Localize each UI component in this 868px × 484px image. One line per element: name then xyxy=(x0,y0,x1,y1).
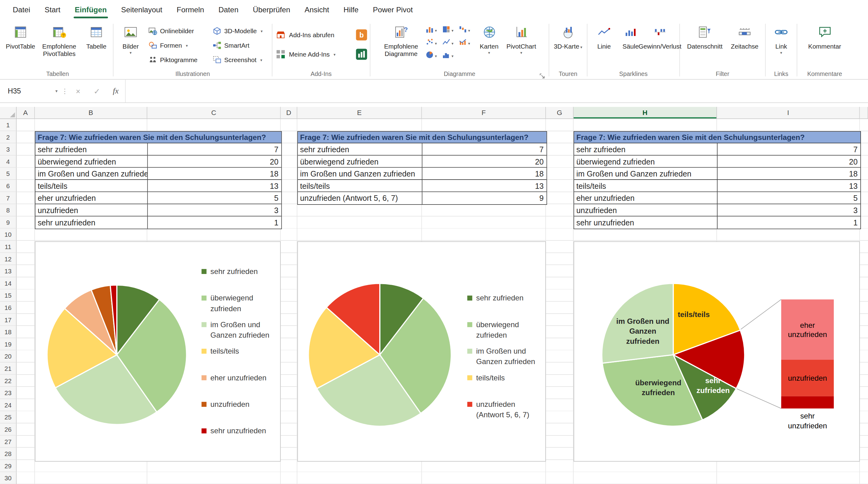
row-header-1[interactable]: 1 xyxy=(0,119,17,131)
row-header-4[interactable]: 4 xyxy=(0,156,17,168)
cell-label[interactable]: teils/teils xyxy=(298,180,422,192)
column-header-i[interactable]: I xyxy=(717,107,860,119)
cell-value[interactable]: 7 xyxy=(718,143,860,156)
people-graph-addin-icon[interactable] xyxy=(356,49,367,60)
secondary-bar[interactable]: eher unzufriedenunzufrieden xyxy=(781,299,834,409)
tab-seitenlayout[interactable]: Seitenlayout xyxy=(114,0,169,20)
slice-label-sehr-zufrieden[interactable]: sehr zufrieden xyxy=(695,376,731,396)
cell-label[interactable]: im Großen und Ganzen zufrieden xyxy=(298,168,422,180)
cell-label[interactable]: sehr zufrieden xyxy=(298,143,422,156)
insert-function-button[interactable]: fx xyxy=(106,87,125,96)
cell-value[interactable]: 3 xyxy=(148,204,281,217)
link-button[interactable]: Link ▾ xyxy=(768,21,795,69)
cell-value[interactable]: 3 xyxy=(718,204,860,217)
column-header-h[interactable]: H xyxy=(574,107,717,119)
row-header-18[interactable]: 18 xyxy=(0,326,17,338)
pie-of-pie-main[interactable] xyxy=(601,282,746,429)
pie-chart-1[interactable] xyxy=(46,284,188,428)
row-header-26[interactable]: 26 xyxy=(0,423,17,436)
pivottable-button[interactable]: PivotTable xyxy=(4,21,36,69)
bar-segment-3[interactable] xyxy=(781,396,834,408)
tab-power-pivot[interactable]: Power Pivot xyxy=(366,0,420,20)
table-title[interactable]: Frage 7: Wie zufrieden waren Sie mit den… xyxy=(574,132,861,143)
name-box-dropdown-icon[interactable]: ▾ xyxy=(55,89,58,94)
row-header-8[interactable]: 8 xyxy=(0,204,17,217)
cell-value[interactable]: 20 xyxy=(422,156,546,168)
get-addins-button[interactable]: Add-Ins abrufen xyxy=(275,28,334,42)
legend-item[interactable]: sehr zufrieden xyxy=(467,293,550,319)
tab-hilfe[interactable]: Hilfe xyxy=(336,0,365,20)
cell-value[interactable]: 18 xyxy=(422,168,546,180)
cell-value[interactable]: 1 xyxy=(148,217,281,229)
row-header-7[interactable]: 7 xyxy=(0,192,17,204)
legend-item[interactable]: im Großen und Ganzen zufrieden xyxy=(467,346,550,373)
recommended-pivottables-button[interactable]: ? Empfohlene PivotTables xyxy=(37,21,82,69)
insert-scatter-chart-button[interactable]: ▾ xyxy=(425,37,440,49)
tab-start[interactable]: Start xyxy=(37,0,68,20)
insert-column-chart-button[interactable]: ▾ xyxy=(425,25,440,36)
pie-of-pie-chart-frame[interactable]: teils/teils im Großen und Ganzen zufried… xyxy=(574,241,860,461)
legend-item[interactable]: im Großen und Ganzen zufrieden xyxy=(202,320,284,346)
row-header-2[interactable]: 2 xyxy=(0,131,17,143)
column-header-f[interactable]: F xyxy=(422,107,546,119)
cell-value[interactable]: 20 xyxy=(718,156,860,168)
cell-value[interactable]: 1 xyxy=(718,217,860,229)
tab-daten[interactable]: Daten xyxy=(211,0,246,20)
cell-value[interactable]: 7 xyxy=(148,143,281,156)
row-header-14[interactable]: 14 xyxy=(0,277,17,290)
row-header-21[interactable]: 21 xyxy=(0,362,17,375)
cell-label[interactable]: sehr unzufrieden xyxy=(574,217,718,229)
insert-waterfall-chart-button[interactable]: ▾ xyxy=(458,25,473,36)
cell-label[interactable]: überwiegend zufrieden xyxy=(35,156,148,168)
slice-label-ueberwiegend[interactable]: überwiegend zufrieden xyxy=(632,378,685,398)
smartart-button[interactable]: SmartArt xyxy=(210,38,270,53)
maps-button[interactable]: Karten ▾ xyxy=(475,21,504,69)
row-header-3[interactable]: 3 xyxy=(0,143,17,156)
row-header-5[interactable]: 5 xyxy=(0,168,17,180)
legend-item[interactable]: sehr unzufrieden xyxy=(202,426,284,452)
row-header-28[interactable]: 28 xyxy=(0,448,17,460)
sparkline-line-button[interactable]: Linie xyxy=(591,21,617,69)
cell-value[interactable]: 9 xyxy=(422,192,546,204)
cell-label[interactable]: unzufrieden xyxy=(35,204,148,217)
sparkline-winloss-button[interactable]: Gewinn/Verlust xyxy=(644,21,676,69)
cell-value[interactable]: 13 xyxy=(718,180,860,192)
row-header-19[interactable]: 19 xyxy=(0,338,17,351)
tab-formeln[interactable]: Formeln xyxy=(169,0,211,20)
column-header-b[interactable]: B xyxy=(35,107,147,119)
cell-label[interactable]: unzufrieden xyxy=(574,204,718,217)
pictures-button[interactable]: Bilder ▾ xyxy=(116,21,146,69)
legend-item[interactable]: sehr zufrieden xyxy=(202,266,284,293)
row-header-15[interactable]: 15 xyxy=(0,289,17,302)
tab-ansicht[interactable]: Ansicht xyxy=(298,0,337,20)
insert-statistic-chart-button[interactable]: ▾ xyxy=(442,51,457,62)
row-header-30[interactable]: 30 xyxy=(0,472,17,484)
insert-combo-chart-button[interactable]: ▾ xyxy=(458,37,473,49)
table-button[interactable]: Tabelle xyxy=(82,21,111,69)
cell-label[interactable]: im Großen und Ganzen zufrieden xyxy=(35,168,148,180)
cell-label[interactable]: überwiegend zufrieden xyxy=(298,156,422,168)
pie-chart-1-frame[interactable]: sehr zufriedenüberwiegend zufriedenim Gr… xyxy=(35,241,280,461)
cell-value[interactable]: 13 xyxy=(148,180,281,192)
slicer-button[interactable]: Datenschnitt xyxy=(683,21,727,69)
cell-label[interactable]: sehr zufrieden xyxy=(574,143,718,156)
cell-label[interactable]: eher unzufrieden xyxy=(35,192,148,204)
tab-einfuegen[interactable]: Einfügen xyxy=(68,0,114,20)
row-header-12[interactable]: 12 xyxy=(0,253,17,265)
row-header-16[interactable]: 16 xyxy=(0,302,17,314)
tab-ueberpruefen[interactable]: Überprüfen xyxy=(246,0,298,20)
my-addins-button[interactable]: Meine Add-Ins ▾ xyxy=(275,47,336,62)
cell-label[interactable]: unzufrieden (Antwort 5, 6, 7) xyxy=(298,192,422,204)
row-header-9[interactable]: 9 xyxy=(0,217,17,229)
timeline-button[interactable]: Zeitachse xyxy=(727,21,762,69)
3d-map-button[interactable]: 3D-Karte▾ xyxy=(552,21,584,69)
table-title[interactable]: Frage 7: Wie zufrieden waren Sie mit den… xyxy=(298,132,546,143)
pie-chart-2[interactable] xyxy=(307,282,453,429)
legend-item[interactable]: teils/teils xyxy=(202,346,284,373)
column-header-g[interactable]: G xyxy=(546,107,574,119)
cell-label[interactable]: sehr unzufrieden xyxy=(35,217,148,229)
bing-maps-addin-icon[interactable]: b xyxy=(356,29,367,40)
cell-label[interactable]: im Großen und Ganzen zufrieden xyxy=(574,168,718,180)
legend-item[interactable]: eher unzufrieden xyxy=(202,373,284,399)
legend-item[interactable]: überwiegend zufrieden xyxy=(202,293,284,319)
